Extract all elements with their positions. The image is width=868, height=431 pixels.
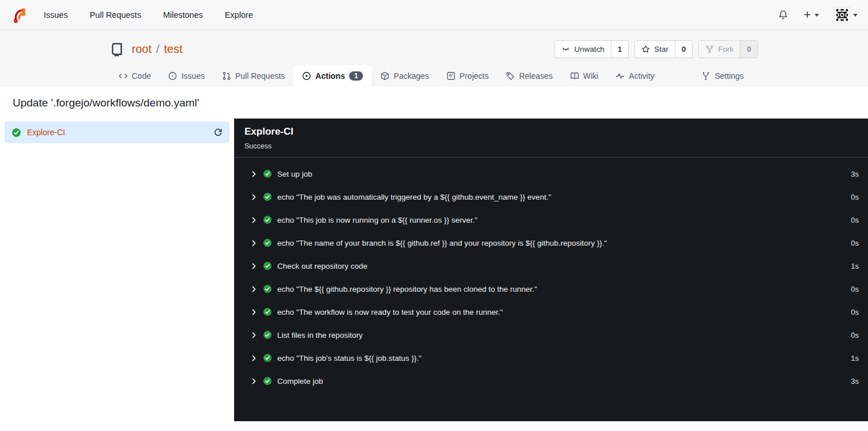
forgejo-logo-icon[interactable] [10,6,28,24]
step-label: Complete job [277,377,323,386]
fork-button[interactable]: Fork [699,41,740,58]
step-label: echo "The job was automatically triggere… [277,193,551,201]
log-job-status: Success [244,142,858,150]
unwatch-button[interactable]: Unwatch [555,41,611,58]
book-icon [570,71,579,81]
tab-actions[interactable]: Actions 1 [293,65,372,87]
step-row[interactable]: echo "The job was automatically triggere… [250,185,860,208]
project-board-icon [446,71,456,81]
nav-link-issues[interactable]: Issues [44,10,68,20]
step-duration: 0s [851,239,860,247]
step-duration: 0s [851,193,860,201]
tab-pull-requests[interactable]: Pull Requests [213,65,293,87]
tab-wiki[interactable]: Wiki [561,65,607,87]
step-duration: 0s [851,331,860,340]
pull-request-icon [222,71,231,81]
nav-link-pull-requests[interactable]: Pull Requests [90,10,141,20]
repo-owner-link[interactable]: root [132,43,151,55]
chevron-right-icon[interactable] [250,285,258,293]
step-row[interactable]: Set up job 3s [250,162,860,185]
create-new-button[interactable] [803,10,819,19]
jobs-sidebar: Explore-CI [0,119,234,421]
actions-count-badge: 1 [349,71,364,81]
code-icon [118,71,128,81]
success-check-icon [263,376,272,386]
step-duration: 3s [851,170,860,178]
tab-releases[interactable]: Releases [497,65,561,87]
step-duration: 0s [851,285,860,293]
job-name: Explore-CI [27,128,65,137]
success-check-icon [263,330,272,340]
watch-count[interactable]: 1 [611,41,629,58]
step-row[interactable]: echo "This job is now running on a ${{ r… [250,208,860,231]
step-row[interactable]: Check out repository code 1s [250,254,860,277]
tab-activity[interactable]: Activity [607,65,663,87]
star-button[interactable]: Star [635,41,675,58]
breadcrumb-separator: / [156,43,159,55]
success-check-icon [263,169,272,178]
step-label: echo "The ${{ github.repository }} repos… [277,285,537,293]
chevron-right-icon[interactable] [250,193,258,201]
step-duration: 0s [851,308,860,316]
notifications-bell-icon[interactable] [778,10,788,20]
star-button-group: Star 0 [634,40,693,58]
nav-link-explore[interactable]: Explore [225,10,253,20]
step-duration: 0s [851,216,860,224]
repo-name-link[interactable]: test [164,43,182,55]
step-label: echo "The workflow is now ready to test … [277,308,503,316]
step-label: Set up job [277,170,312,178]
actions-run-page: Update '.forgejo/workflows/demo.yaml' Ex… [0,87,868,421]
chevron-right-icon[interactable] [250,216,258,224]
pulse-icon [615,71,625,81]
success-check-icon [263,307,272,316]
chevron-right-icon[interactable] [250,170,258,178]
navbar-right [778,7,858,23]
run-title: Update '.forgejo/workflows/demo.yaml' [0,87,868,119]
star-count[interactable]: 0 [675,41,693,58]
step-row[interactable]: echo "This job's status is ${{ job.statu… [250,346,860,369]
tab-packages[interactable]: Packages [372,65,437,87]
chevron-right-icon[interactable] [250,377,258,385]
fork-count[interactable]: 0 [740,41,758,58]
tab-issues[interactable]: Issues [159,65,213,87]
avatar[interactable] [834,7,850,23]
tab-code[interactable]: Code [110,65,159,87]
job-log-panel: Explore-CI Success Set up job 3s [234,119,868,421]
log-panel-header: Explore-CI Success [234,119,868,158]
chevron-right-icon[interactable] [250,239,258,247]
fork-icon [705,45,714,54]
success-check-icon [263,192,272,201]
rerun-job-icon[interactable] [213,128,223,137]
nav-links: Issues Pull Requests Milestones Explore [44,10,253,20]
success-check-icon [263,238,272,247]
step-row[interactable]: Complete job 3s [250,369,860,392]
issue-icon [168,71,177,81]
nav-link-milestones[interactable]: Milestones [163,10,202,20]
settings-tools-icon [701,71,710,81]
chevron-right-icon[interactable] [250,262,258,270]
chevron-down-icon [853,14,858,17]
tab-settings[interactable]: Settings [693,65,752,87]
tab-projects[interactable]: Projects [438,65,498,87]
chevron-right-icon[interactable] [250,308,258,316]
repo-action-buttons: Unwatch 1 Star 0 [555,40,758,58]
top-navbar: Issues Pull Requests Milestones Explore [0,0,868,30]
step-row[interactable]: echo "The ${{ github.repository }} repos… [250,277,860,300]
chevron-right-icon[interactable] [250,354,258,362]
step-label: Check out repository code [277,262,368,270]
step-row[interactable]: List files in the repository 0s [250,323,860,346]
user-menu[interactable] [834,7,858,23]
success-check-icon [263,261,272,270]
star-icon [641,45,650,54]
job-item-explore-ci[interactable]: Explore-CI [5,121,230,143]
log-job-title: Explore-CI [244,126,858,138]
steps-list: Set up job 3s echo "The job was automati… [234,158,868,397]
success-check-icon [12,128,21,138]
chevron-down-icon [815,14,819,17]
chevron-right-icon[interactable] [250,331,258,339]
step-duration: 1s [851,354,860,363]
step-row[interactable]: echo "The workflow is now ready to test … [250,300,860,323]
step-row[interactable]: echo "The name of your branch is ${{ git… [250,231,860,254]
package-icon [380,71,389,81]
success-check-icon [263,284,272,293]
